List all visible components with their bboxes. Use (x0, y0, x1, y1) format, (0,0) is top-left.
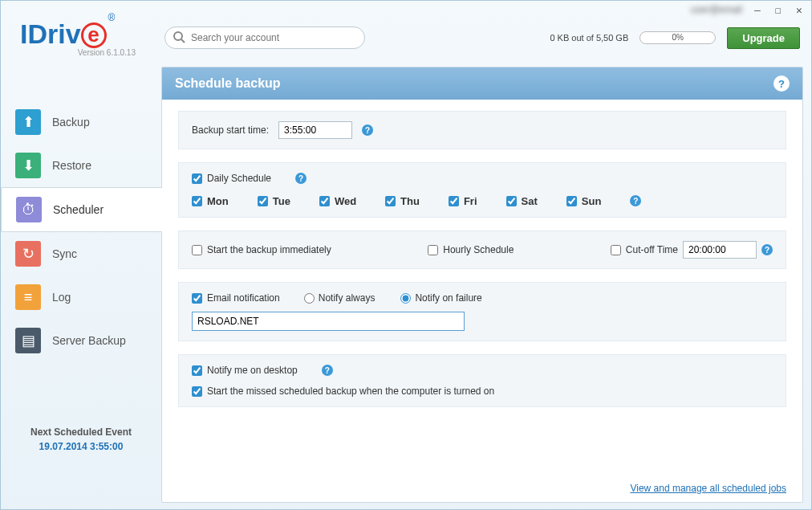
svg-line-1 (181, 39, 185, 43)
daily-schedule-label: Daily Schedule (207, 173, 271, 184)
sidebar-item-sync[interactable]: ↻ Sync (1, 232, 161, 275)
day-sun-checkbox[interactable] (566, 196, 577, 206)
notify-failure-radio[interactable] (400, 293, 411, 304)
notify-always-label: Notify always (319, 292, 376, 304)
log-icon: ≡ (15, 284, 41, 310)
notify-desktop-label: Notify me on desktop (207, 365, 298, 376)
sync-icon: ↻ (15, 241, 41, 267)
start-missed-label: Start the missed scheduled backup when t… (207, 386, 494, 397)
hourly-schedule-label: Hourly Schedule (443, 244, 514, 255)
sidebar-item-label: Scheduler (53, 203, 104, 216)
storage-progress: 0% (639, 31, 716, 44)
cutoff-time-label: Cut-off Time (626, 244, 678, 255)
notify-always-radio[interactable] (304, 293, 315, 304)
restore-icon: ⬇ (15, 153, 41, 178)
day-mon-checkbox[interactable] (192, 196, 202, 206)
day-label: Wed (335, 195, 356, 207)
maximize-button[interactable]: ☐ (773, 4, 784, 15)
sidebar-item-label: Sync (52, 247, 77, 260)
sidebar-item-server-backup[interactable]: ▤ Server Backup (1, 319, 161, 362)
sidebar-item-label: Backup (52, 116, 90, 129)
backup-icon: ⬆ (15, 109, 41, 135)
day-label: Sat (522, 195, 538, 207)
day-label: Mon (207, 195, 229, 207)
start-time-label: Backup start time: (192, 124, 269, 136)
day-label: Sun (582, 195, 602, 207)
scheduler-icon: ⏱ (16, 197, 42, 222)
account-label: user@email (691, 4, 742, 15)
email-notification-label: Email notification (207, 292, 280, 304)
help-icon[interactable]: ? (322, 365, 333, 376)
day-label: Tue (273, 195, 290, 207)
content-header: Schedule backup ? (162, 67, 802, 100)
app-logo: IDrive® Version 6.1.0.13 (20, 18, 156, 57)
start-immediately-checkbox[interactable] (192, 245, 202, 255)
day-sat-checkbox[interactable] (506, 196, 517, 206)
view-all-jobs-link[interactable]: View and manage all scheduled jobs (630, 483, 786, 494)
day-label: Fri (464, 195, 477, 207)
next-event-value: 19.07.2014 3:55:00 (1, 441, 161, 452)
email-notification-checkbox[interactable] (192, 293, 202, 304)
day-wed-checkbox[interactable] (319, 196, 330, 206)
minimize-button[interactable]: — (752, 4, 763, 15)
close-button[interactable]: ✕ (794, 4, 805, 15)
storage-text: 0 KB out of 5,50 GB (550, 33, 628, 43)
start-immediately-label: Start the backup immediately (207, 244, 331, 255)
sidebar-item-scheduler[interactable]: ⏱ Scheduler (1, 187, 162, 232)
cutoff-time-input[interactable] (683, 241, 757, 259)
hourly-schedule-checkbox[interactable] (428, 245, 438, 255)
sidebar: ⬆ Backup ⬇ Restore ⏱ Scheduler ↻ Sync ≡ … (1, 67, 161, 510)
sidebar-item-backup[interactable]: ⬆ Backup (1, 100, 161, 144)
day-label: Thu (400, 195, 420, 207)
email-input[interactable] (192, 312, 465, 331)
day-thu-checkbox[interactable] (385, 196, 396, 206)
day-fri-checkbox[interactable] (449, 196, 459, 206)
help-icon[interactable]: ? (295, 173, 307, 184)
start-time-input[interactable] (278, 121, 352, 139)
sidebar-item-label: Server Backup (52, 334, 126, 347)
search-input[interactable] (164, 27, 365, 49)
svg-point-0 (174, 32, 182, 40)
help-icon[interactable]: ? (773, 75, 790, 92)
sidebar-item-label: Restore (52, 159, 91, 172)
search-icon (173, 31, 185, 43)
start-missed-checkbox[interactable] (192, 386, 202, 397)
help-icon[interactable]: ? (630, 195, 641, 206)
help-icon[interactable]: ? (362, 124, 373, 136)
sidebar-item-restore[interactable]: ⬇ Restore (1, 144, 161, 187)
sidebar-item-label: Log (52, 291, 71, 304)
page-title: Schedule backup (175, 76, 281, 91)
upgrade-button[interactable]: Upgrade (727, 27, 800, 49)
sidebar-item-log[interactable]: ≡ Log (1, 275, 161, 319)
server-icon: ▤ (15, 328, 41, 353)
notify-desktop-checkbox[interactable] (192, 365, 202, 376)
cutoff-time-checkbox[interactable] (611, 245, 621, 255)
notify-failure-label: Notify on failure (415, 292, 481, 304)
next-event-label: Next Scheduled Event (1, 426, 161, 438)
help-icon[interactable]: ? (761, 244, 773, 255)
daily-schedule-checkbox[interactable] (192, 173, 202, 184)
day-tue-checkbox[interactable] (258, 196, 268, 206)
